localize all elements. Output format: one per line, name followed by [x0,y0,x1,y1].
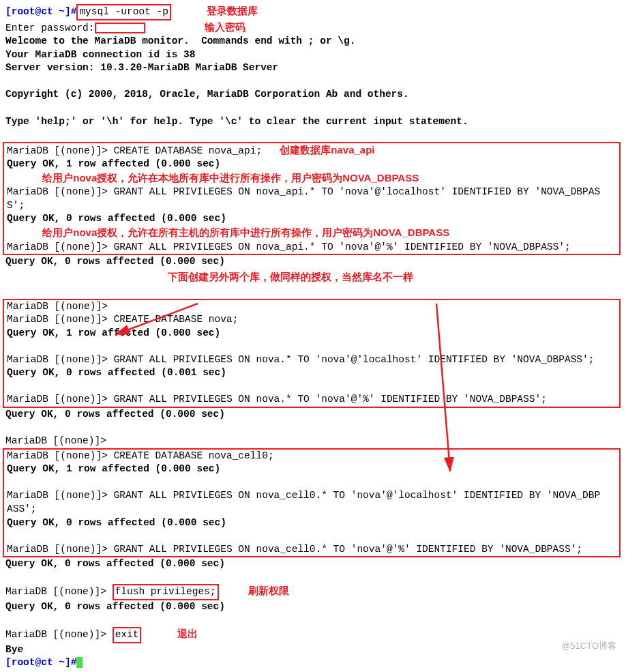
grant-api-local-line: MariaDB [(none)]> GRANT ALL PRIVILEGES O… [7,186,616,199]
ann-grant-all: 给用户nova授权，允许在所有主机的所有库中进行所有操作，用户密码为NOVA_D… [42,227,449,238]
cmd-grant-api-local-1[interactable]: GRANT ALL PRIVILEGES ON nova_api.* TO 'n… [114,186,601,197]
welcome-line-2: Your MariaDB connection id is 38 [5,48,621,62]
cmd-create-nova[interactable]: CREATE DATABASE nova; [114,314,239,325]
ok-api-local: Query OK, 0 rows affected (0.000 sec) [7,212,616,226]
mariadb-prompt: MariaDB [(none)]> [5,629,106,640]
mariadb-prompt: MariaDB [(none)]> [7,145,108,156]
help-line: Type 'help;' or '\h' for help. Type '\c'… [5,115,621,129]
mariadb-prompt: MariaDB [(none)]> [7,314,108,325]
empty-prompt-line: MariaDB [(none)]> [7,300,616,314]
nova-block: MariaDB [(none)]> MariaDB [(none)]> CREA… [3,299,621,409]
cmd-grant-nova-all[interactable]: GRANT ALL PRIVILEGES ON nova.* TO 'nova'… [114,394,547,405]
blank-5 [7,340,616,353]
mariadb-prompt: MariaDB [(none)]> [7,490,108,501]
blank-2 [5,102,621,115]
exit-line: MariaDB [(none)]> exit 退出 [5,627,621,643]
welcome-line-3: Server version: 10.3.20-MariaDB MariaDB … [5,61,621,75]
flush-line: MariaDB [(none)]> flush privileges; 刷新权限 [5,584,621,600]
mariadb-prompt: MariaDB [(none)]> [7,450,108,461]
ok-flush: Query OK, 0 rows affected (0.000 sec) [5,600,621,614]
ann-exit: 退出 [177,628,198,639]
create-cell-line: MariaDB [(none)]> CREATE DATABASE nova_c… [7,450,616,463]
grant-nova-all-line: MariaDB [(none)]> GRANT ALL PRIVILEGES O… [7,393,616,407]
ok-nova-all: Query OK, 0 rows affected (0.000 sec) [5,408,621,422]
cmd-grant-cell-all[interactable]: GRANT ALL PRIVILEGES ON nova_cell0.* TO … [114,544,582,555]
copyright-line: Copyright (c) 2000, 2018, Oracle, MariaD… [5,88,621,102]
mariadb-prompt: MariaDB [(none)]> [7,186,108,197]
blank-3 [5,128,621,142]
ann-grant-local-line: 给用户nova授权，允许在本地所有库中进行所有操作，用户密码为NOVA_DBPA… [7,171,616,186]
ann-enter-pw: 输入密码 [205,21,245,33]
flush-box: flush privileges; [113,584,219,600]
ann-grant-local: 给用户nova授权，允许在本地所有库中进行所有操作，用户密码为NOVA_DBPA… [42,172,419,184]
mariadb-prompt: MariaDB [(none)]> [7,354,108,365]
ann-flush: 刷新权限 [248,585,289,596]
blank-6 [7,380,616,394]
grant-cell-local-2: ASS'; [7,503,616,516]
blank-9 [7,529,616,543]
blank-7 [5,422,621,435]
cmd-mysql[interactable]: mysql -uroot -p [79,6,168,17]
cmd-grant-api-all[interactable]: GRANT ALL PRIVILEGES ON nova_api.* TO 'n… [114,242,571,252]
cmd-grant-nova-local[interactable]: GRANT ALL PRIVILEGES ON nova.* TO 'nova'… [114,354,595,365]
mariadb-prompt: MariaDB [(none)]> [7,544,108,555]
cmd-mysql-box: mysql -uroot -p [76,4,171,20]
grant-api-all-line: MariaDB [(none)]> GRANT ALL PRIVILEGES O… [7,241,616,254]
blank-4 [5,285,621,299]
blank-8 [7,476,616,490]
grant-nova-local-line: MariaDB [(none)]> GRANT ALL PRIVILEGES O… [7,353,616,367]
mariadb-prompt: MariaDB [(none)]> [7,301,108,312]
ok-api-all: Query OK, 0 rows affected (0.000 sec) [5,255,621,269]
mariadb-prompt: MariaDB [(none)]> [5,435,106,446]
welcome-line-1: Welcome to the MariaDB monitor. Commands… [5,35,621,48]
prompt-line-1: [root@ct ~]#mysql -uroot -p 登录数据库 [5,4,621,20]
ok-nova-local: Query OK, 0 rows affected (0.001 sec) [7,366,616,380]
ann-grant-all-line: 给用户nova授权，允许在所有主机的所有库中进行所有操作，用户密码为NOVA_D… [7,226,616,241]
blank-10 [5,571,621,585]
grant-api-local-line-2: S'; [7,199,616,213]
ann-create-api: 创建数据库nava_api [280,144,374,156]
cmd-create-nova-api[interactable]: CREATE DATABASE nova_api; [114,145,263,156]
cmd-exit[interactable]: exit [115,629,139,640]
bye-line: Bye [5,643,621,657]
shell-prompt: [root@ct ~]# [5,6,76,17]
ann-login-db: 登录数据库 [207,5,258,16]
exit-box: exit [113,627,142,643]
nova-cell0-block: MariaDB [(none)]> CREATE DATABASE nova_c… [3,448,621,558]
watermark: @51CTO博客 [561,640,616,652]
ok-cell: Query OK, 1 row affected (0.000 sec) [7,463,616,476]
ok-cell-local: Query OK, 0 rows affected (0.000 sec) [7,516,616,530]
enter-password-line: Enter password: 输入密码 [5,20,621,35]
mariadb-prompt: MariaDB [(none)]> [7,394,108,405]
cursor[interactable] [76,657,83,668]
shell-prompt-final: [root@ct ~]# [5,657,76,668]
blank-11 [5,613,621,627]
nova-api-block: MariaDB [(none)]> CREATE DATABASE nova_a… [3,142,621,256]
cmd-flush[interactable]: flush privileges; [115,586,216,597]
grant-cell-all-line: MariaDB [(none)]> GRANT ALL PRIVILEGES O… [7,543,616,557]
mariadb-prompt: MariaDB [(none)]> [7,242,108,252]
ok-api-line: Query OK, 1 row affected (0.000 sec) [7,158,616,171]
create-api-line: MariaDB [(none)]> CREATE DATABASE nova_a… [7,143,616,158]
ok-nova: Query OK, 1 row affected (0.000 sec) [7,327,616,340]
ok-cell-all: Query OK, 0 rows affected (0.000 sec) [5,557,621,571]
blank-1 [5,75,621,89]
grant-cell-local-1: MariaDB [(none)]> GRANT ALL PRIVILEGES O… [7,489,616,503]
cmd-create-cell[interactable]: CREATE DATABASE nova_cell0; [114,450,274,461]
empty-prompt-line-2: MariaDB [(none)]> [5,435,621,448]
cmd-grant-cell-local[interactable]: GRANT ALL PRIVILEGES ON nova_cell0.* TO … [114,490,601,501]
create-nova-line: MariaDB [(none)]> CREATE DATABASE nova; [7,313,616,327]
final-prompt-line: [root@ct ~]# [5,656,621,670]
mariadb-prompt: MariaDB [(none)]> [5,586,106,597]
center-annotation: 下面创建另外两个库，做同样的授权，当然库名不一样 [5,270,621,284]
enter-password-label: Enter password: [5,23,95,33]
password-field-box[interactable] [95,23,145,33]
